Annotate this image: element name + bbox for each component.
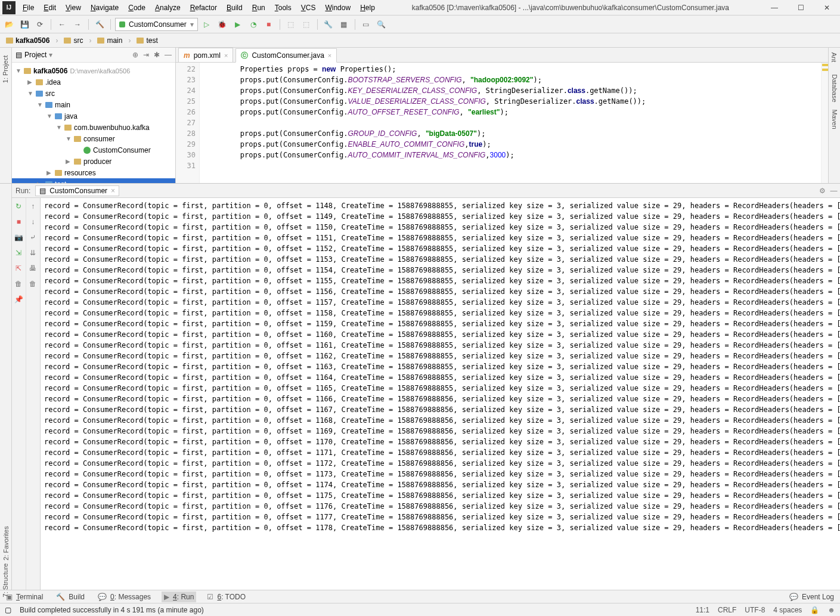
line-separator[interactable]: CRLF xyxy=(718,606,736,614)
tree-item[interactable]: CustomConsumer xyxy=(12,144,175,156)
chevron-down-icon[interactable]: ▾ xyxy=(49,51,52,59)
menu-code[interactable]: Code xyxy=(123,1,150,14)
warning-mark[interactable] xyxy=(822,69,828,71)
tool-tab[interactable]: 2: Favorites xyxy=(2,526,10,560)
bottom-tab[interactable]: ☑6: TODO xyxy=(204,592,248,602)
maximize-button[interactable]: ☐ xyxy=(788,0,814,16)
menu-help[interactable]: Help xyxy=(355,1,380,14)
open-icon[interactable]: 📂 xyxy=(2,18,16,31)
menu-file[interactable]: File xyxy=(18,1,39,14)
debug-icon[interactable]: 🐞 xyxy=(216,18,229,31)
menu-refactor[interactable]: Refactor xyxy=(185,1,222,14)
menu-build[interactable]: Build xyxy=(222,1,247,14)
layout-icon[interactable]: ⇱ xyxy=(14,264,23,273)
menu-tools[interactable]: Tools xyxy=(270,1,296,14)
build-icon[interactable]: 🔨 xyxy=(93,18,106,31)
menu-navigate[interactable]: Navigate xyxy=(86,1,123,14)
rerun-icon[interactable]: ↻ xyxy=(14,202,23,211)
bottom-tab[interactable]: 🔨Build xyxy=(54,592,87,602)
tree-item[interactable]: ▼main xyxy=(12,99,175,110)
exit-icon[interactable]: ⇲ xyxy=(14,248,23,258)
bottom-stripe: ▣Terminal🔨Build💬0: Messages▶4: Run☑6: TO… xyxy=(0,590,840,603)
indent[interactable]: 4 spaces xyxy=(773,606,802,614)
project-tool-tab[interactable]: 1: Project xyxy=(2,55,10,83)
dump-icon[interactable]: 📷 xyxy=(14,233,23,242)
close-icon[interactable]: × xyxy=(328,52,331,59)
pin-icon[interactable]: 📌 xyxy=(14,295,23,304)
commit-icon[interactable]: ⬚ xyxy=(300,18,313,31)
editor-tab[interactable]: ⓒCustomConsumer.java× xyxy=(235,48,337,63)
encoding[interactable]: UTF-8 xyxy=(745,606,765,614)
tool-tab-database[interactable]: Database xyxy=(831,74,838,102)
tool-tab-maven[interactable]: Maven xyxy=(831,109,838,129)
menu-edit[interactable]: Edit xyxy=(39,1,61,14)
status-icon[interactable]: ▢ xyxy=(5,606,11,614)
tree-item[interactable]: ▶producer xyxy=(12,156,175,167)
menu-view[interactable]: View xyxy=(61,1,86,14)
settings-icon[interactable]: 🔧 xyxy=(322,18,335,31)
sync-icon[interactable]: ⟳ xyxy=(33,18,47,31)
tree-item[interactable]: ▼java xyxy=(12,110,175,122)
breadcrumb-item[interactable]: test xyxy=(134,36,160,45)
tree-item[interactable]: ▶resources xyxy=(12,167,175,178)
tree-item[interactable]: ▼src xyxy=(12,88,175,99)
avd-icon[interactable]: ▭ xyxy=(359,18,373,31)
back-icon[interactable]: ← xyxy=(55,18,69,31)
stop-icon[interactable]: ■ xyxy=(14,217,23,227)
structure-icon[interactable]: ▦ xyxy=(337,18,351,31)
gear-icon[interactable]: ⚙ xyxy=(819,187,826,195)
run-config-dropdown[interactable]: CustomConsumer ▾ xyxy=(115,18,198,31)
tree-item[interactable]: ▼com.buwenbuhuo.kafka xyxy=(12,122,175,133)
collapse-icon[interactable]: ⇥ xyxy=(143,51,149,59)
menu-analyze[interactable]: Analyze xyxy=(150,1,185,14)
up-icon[interactable]: ↑ xyxy=(28,202,38,211)
hide-icon[interactable]: — xyxy=(830,187,838,195)
save-icon[interactable]: 💾 xyxy=(18,18,31,31)
menu-vcs[interactable]: VCS xyxy=(296,1,321,14)
lock-icon[interactable]: 🔒 xyxy=(810,606,819,614)
bottom-tab[interactable]: 💬0: Messages xyxy=(95,592,153,602)
print-icon[interactable]: 🖶 xyxy=(28,264,38,273)
gear-icon[interactable]: ✱ xyxy=(154,51,160,59)
minimize-button[interactable]: — xyxy=(761,0,788,16)
breadcrumb-item[interactable]: kafka0506 xyxy=(4,36,52,45)
console-output[interactable]: record = ConsumerRecord(topic = first, p… xyxy=(41,198,840,590)
editor-tab[interactable]: mpom.xml× xyxy=(178,48,233,62)
bottom-tab[interactable]: ▣Terminal xyxy=(4,592,45,602)
close-icon[interactable]: × xyxy=(224,52,228,59)
caret-position[interactable]: 11:1 xyxy=(696,606,709,614)
inspection-icon[interactable]: ☻ xyxy=(827,606,835,614)
close-icon[interactable]: × xyxy=(111,187,115,195)
stop-icon[interactable]: ■ xyxy=(262,18,275,31)
search-icon[interactable]: 🔍 xyxy=(375,18,388,31)
tree-root[interactable]: ▼kafka0506 D:\maven\kafka0506 xyxy=(12,65,175,76)
coverage-icon[interactable]: ▶ xyxy=(231,18,244,31)
locate-icon[interactable]: ⊕ xyxy=(132,51,138,59)
wrap-icon[interactable]: ⤶ xyxy=(28,233,38,242)
bottom-tab[interactable]: ▶4: Run xyxy=(162,592,196,602)
breadcrumb-item[interactable]: src xyxy=(61,36,85,45)
tool-tab-ant[interactable]: Ant xyxy=(830,52,838,63)
profile-icon[interactable]: ◔ xyxy=(247,18,260,31)
project-tree[interactable]: ▼kafka0506 D:\maven\kafka0506▶.idea▼src▼… xyxy=(12,63,175,183)
tree-item[interactable]: ▶test xyxy=(12,178,175,183)
update-icon[interactable]: ⬚ xyxy=(284,18,297,31)
run-icon[interactable]: ▷ xyxy=(200,18,213,31)
tree-item[interactable]: ▶.idea xyxy=(12,76,175,88)
code-editor[interactable]: Properties props = new Properties(); pro… xyxy=(200,63,821,183)
warning-mark[interactable] xyxy=(822,64,828,66)
close-button[interactable]: ✕ xyxy=(814,0,840,16)
menu-window[interactable]: Window xyxy=(320,1,355,14)
menu-run[interactable]: Run xyxy=(247,1,270,14)
tree-item[interactable]: ▼consumer xyxy=(12,133,175,144)
event-log-tab[interactable]: 💬Event Log xyxy=(787,592,836,602)
clear-icon[interactable]: 🗑 xyxy=(28,279,38,289)
hide-icon[interactable]: — xyxy=(165,51,172,59)
run-tab[interactable]: ▤ CustomConsumer × xyxy=(35,185,119,196)
down-icon[interactable]: ↓ xyxy=(28,217,38,227)
tool-tab[interactable]: 7: Structure xyxy=(2,564,10,598)
trash-icon[interactable]: 🗑 xyxy=(14,279,23,289)
scroll-icon[interactable]: ⇊ xyxy=(28,248,38,258)
breadcrumb-item[interactable]: main xyxy=(95,36,125,45)
forward-icon[interactable]: → xyxy=(71,18,84,31)
